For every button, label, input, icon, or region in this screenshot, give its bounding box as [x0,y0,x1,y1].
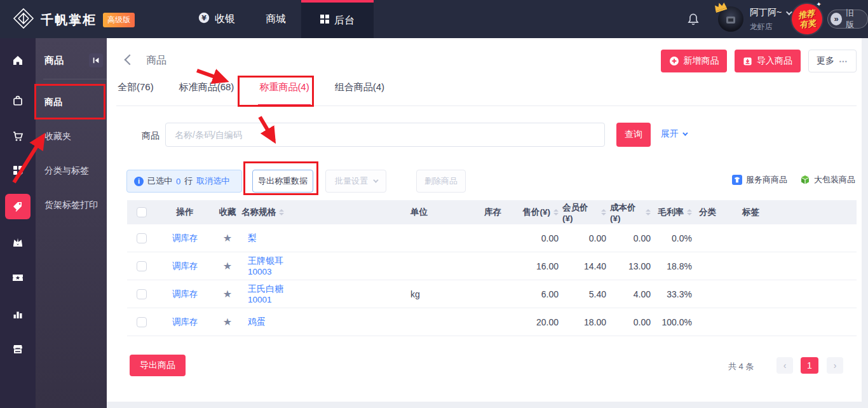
sidebar-item-products[interactable]: 商品 [44,94,62,109]
cost-price-cell: 0.00 [610,317,654,327]
select-all-checkbox[interactable] [137,207,147,217]
margin-cell: 100.0% [654,317,696,327]
adjust-stock-link[interactable]: 调库存 [172,261,198,272]
notification-bell-icon[interactable] [686,12,700,29]
sort-icon[interactable] [553,209,559,215]
bulk-package-products-link[interactable]: 大包装商品 [800,174,855,186]
product-name-link[interactable]: 王氏白糖10001 [248,283,283,305]
search-label: 商品 [142,130,159,142]
tab-weighing[interactable]: 称重商品(4) [258,78,310,106]
nav-mall[interactable]: 商城 [250,0,301,38]
crown-icon[interactable] [5,229,31,255]
table-header-row: 操作 收藏 名称规格 单位 库存 售价(¥) 会员价(¥) 成本价(¥) 毛利率… [127,200,857,224]
collapse-sidebar-icon[interactable] [89,53,103,67]
header-favorite: 收藏 [214,207,241,218]
grid-squares-icon [320,15,329,26]
sidebar-submenu: 商品 商品 收藏夹 分类与标签 货架标签打印 [36,38,107,408]
header-stock: 库存 [448,207,505,218]
product-tabs: 全部(76) 标准商品(68) 称重商品(4) 组合商品(4) [116,78,857,106]
row-checkbox[interactable] [137,261,147,271]
favorite-star-icon[interactable]: ★ [223,260,232,272]
legacy-version-button[interactable]: » 旧版 [827,10,868,29]
product-name-link[interactable]: 梨 [248,233,257,243]
expand-link[interactable]: 展开 [661,128,686,140]
cancel-selection-link[interactable]: 取消选中 [196,175,229,187]
service-provider-products-link[interactable]: 服务商商品 [732,174,787,186]
member-price-cell: 18.00 [562,317,610,327]
brand-name: 千帆掌柜 [41,11,97,29]
favorite-star-icon[interactable]: ★ [223,288,232,300]
tab-standard[interactable]: 标准商品(68) [178,78,236,106]
more-button[interactable]: 更多 ⋯ [808,50,857,72]
sort-icon[interactable] [646,209,651,215]
cost-price-cell: 0.00 [610,233,654,243]
row-checkbox[interactable] [137,233,147,243]
next-page-button[interactable]: › [827,357,843,374]
sidebar-item-favorites[interactable]: 收藏夹 [44,128,71,144]
user-meta: 阿丁阿~ 龙虾店 [750,7,790,32]
batch-settings-button[interactable]: 批量设置 [325,170,386,193]
export-products-button[interactable]: 导出商品 [130,355,186,376]
sort-icon[interactable] [601,209,606,215]
page-number[interactable]: 1 [801,357,818,374]
header-margin: 毛利率 [654,207,696,218]
brand-logo-icon [13,8,34,32]
add-product-button[interactable]: 新增商品 [661,50,727,72]
import-product-button[interactable]: 导入商品 [735,50,801,72]
package-icon [800,175,810,185]
adjust-stock-link[interactable]: 调库存 [172,316,198,328]
sort-icon[interactable] [279,209,284,215]
sidebar-item-categories-tags[interactable]: 分类与标签 [44,163,89,178]
tab-all[interactable]: 全部(76) [116,78,155,106]
row-checkbox[interactable] [137,317,147,327]
submenu-title: 商品 [44,55,64,67]
favorite-star-icon[interactable]: ★ [223,316,232,328]
referral-reward-badge[interactable]: 推荐 有奖 ✦ [790,2,824,36]
bag-icon[interactable] [5,88,31,113]
back-icon[interactable] [125,55,135,65]
cost-price-cell: 4.00 [610,289,654,299]
home-icon[interactable] [5,48,31,73]
product-name-link[interactable]: 鸡蛋 [248,316,266,327]
favorite-star-icon[interactable]: ★ [223,232,232,244]
stats-icon[interactable] [5,301,31,327]
product-name-link[interactable]: 王牌银耳10003 [248,255,283,277]
store-icon[interactable] [5,336,31,362]
search-input[interactable] [165,123,605,147]
margin-cell: 0.0% [654,233,696,243]
tab-combo[interactable]: 组合商品(4) [334,78,386,106]
header-member-price: 会员价(¥) [562,202,610,223]
selected-count: 0 [176,177,180,186]
avatar[interactable] [718,6,743,32]
apps-icon[interactable] [5,158,31,183]
sidebar-item-shelf-label-print[interactable]: 货架标签打印 [44,197,98,212]
table-row: 调库存 ★ 鸡蛋 20.00 18.00 0.00 100.0% [127,308,857,336]
nav-cashier[interactable]: ¥ 收银 [183,0,250,38]
header-tag: 标签 [737,207,857,218]
adjust-stock-link[interactable]: 调库存 [172,233,198,244]
export-weighing-data-button[interactable]: 导出称重数据 [252,170,313,193]
cost-price-cell: 13.00 [610,261,654,271]
nav-backend[interactable]: 后台 [301,0,374,38]
user-name[interactable]: 阿丁阿~ [750,7,790,18]
brand: 千帆掌柜 高级版 [13,8,135,32]
sort-icon[interactable] [687,209,692,215]
chevron-down-icon [682,130,688,135]
member-price-cell: 5.40 [562,289,610,299]
store-name: 龙虾店 [750,22,790,32]
tags-icon[interactable] [5,194,31,219]
row-checkbox[interactable] [137,289,147,299]
header-name: 名称规格 [241,207,407,218]
chevron-down-icon [786,9,792,15]
member-price-cell: 0.00 [562,233,610,243]
prev-page-button[interactable]: ‹ [776,357,793,374]
member-price-cell: 14.40 [562,261,610,271]
cart-icon[interactable] [5,123,31,149]
coupon-icon[interactable] [5,265,31,290]
delete-product-button[interactable]: 删除商品 [416,170,466,193]
main-content: 商品 新增商品 导入商品 更多 ⋯ 全部(76) 标准商品(68) 称重商品(4… [107,38,862,402]
table-row: 调库存 ★ 王牌银耳10003 16.00 14.40 13.00 18.8% [127,252,857,280]
price-cell: 0.00 [505,233,562,243]
adjust-stock-link[interactable]: 调库存 [172,289,198,300]
query-button[interactable]: 查询 [616,123,651,147]
